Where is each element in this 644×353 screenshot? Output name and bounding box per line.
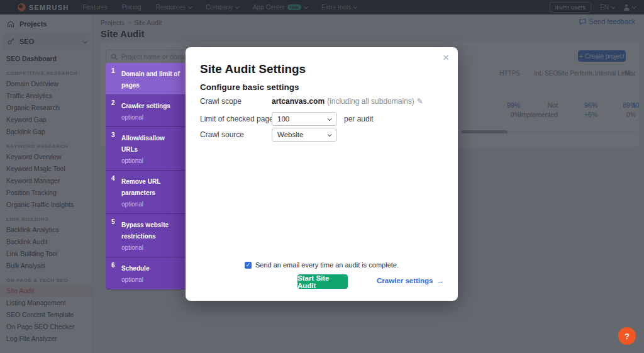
email-checkbox[interactable]: ✓ — [245, 262, 252, 269]
wizard-step-allow-disallow[interactable]: 3 Allow/disallow URLsoptional — [106, 127, 186, 171]
chevron-down-icon — [328, 132, 332, 137]
crawl-scope-label: Crawl scope — [200, 97, 242, 106]
chevron-down-icon — [328, 116, 332, 121]
app-window: SEMRUSH Features Pricing Resources Compa… — [0, 0, 644, 353]
start-site-audit-button[interactable]: Start Site Audit — [297, 274, 348, 289]
settings-wizard-steps: 1 Domain and limit of pages 2 Crawler se… — [106, 63, 186, 289]
modal-title: Site Audit Settings — [200, 62, 306, 76]
per-audit-label: per audit — [344, 115, 374, 123]
wizard-step-remove-url-parameters[interactable]: 4 Remove URL parametersoptional — [106, 171, 186, 214]
site-audit-settings-modal: × Site Audit Settings Configure basic se… — [186, 47, 458, 301]
help-button[interactable]: ? — [618, 327, 636, 345]
email-checkbox-label: Send an email every time an audit is com… — [255, 261, 399, 269]
limit-of-checked-pages-select[interactable]: 100 — [272, 112, 336, 126]
crawl-source-select[interactable]: Website — [272, 128, 336, 142]
wizard-step-crawler-settings[interactable]: 2 Crawler settingsoptional — [106, 95, 186, 127]
crawl-scope-value: artcanvas.com (including all subdomains)… — [272, 97, 423, 106]
crawler-settings-link[interactable]: Crawler settings → — [377, 277, 444, 284]
wizard-step-bypass-restrictions[interactable]: 5 Bypass website restrictionsoptional — [106, 214, 186, 257]
limit-of-checked-pages-label: Limit of checked pages — [200, 115, 277, 123]
edit-pencil-icon[interactable]: ✎ — [417, 97, 423, 106]
modal-subtitle: Configure basic settings — [200, 82, 299, 92]
wizard-step-schedule[interactable]: 6 Scheduleoptional — [106, 257, 186, 289]
close-icon[interactable]: × — [443, 52, 449, 63]
email-notification-row: ✓ Send an email every time an audit is c… — [186, 261, 458, 269]
wizard-step-domain[interactable]: 1 Domain and limit of pages — [106, 63, 186, 95]
crawl-source-label: Crawl source — [200, 130, 244, 139]
arrow-right-icon: → — [437, 277, 445, 284]
